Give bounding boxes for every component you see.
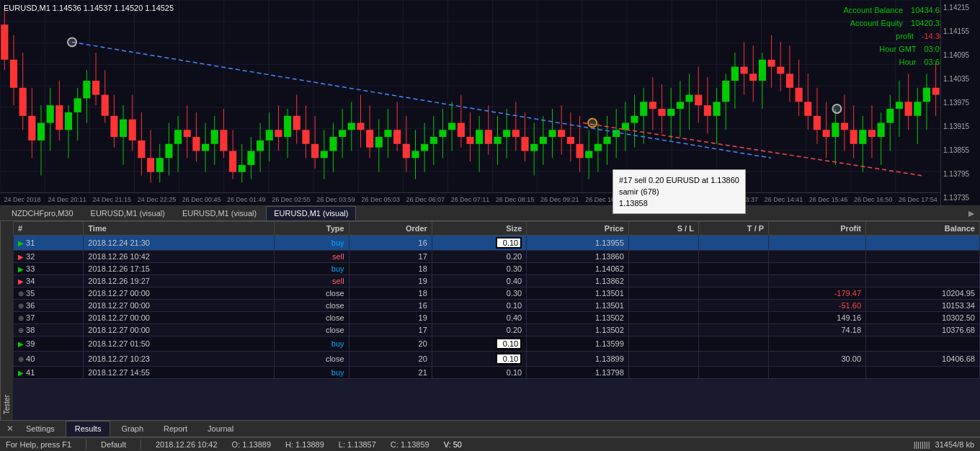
chart-price4: 1.14525 <box>145 4 174 12</box>
cell-profit: 74.18 <box>769 323 866 336</box>
cell-price: 1.13599 <box>527 336 629 351</box>
tab-eurusd-1[interactable]: EURUSD,M1 (visual) <box>83 206 173 220</box>
tab-results[interactable]: Results <box>66 421 111 437</box>
table-row[interactable]: ▶ 32 2018.12.26 10:42 sell 17 0.20 1.138… <box>14 250 980 262</box>
table-row[interactable]: ▶ 41 2018.12.27 14:55 buy 21 0.10 1.1379… <box>14 366 980 378</box>
cell-profit <box>769 274 866 287</box>
cell-sl <box>628 351 698 366</box>
chart-symbol: EURUSD,M1 <box>4 4 50 12</box>
table-row[interactable]: ▶ 34 2018.12.26 19:27 sell 19 0.40 1.138… <box>14 274 980 287</box>
table-row[interactable]: ⊕ 35 2018.12.27 00:00 close 18 0.30 1.13… <box>14 287 980 299</box>
cell-time: 2018.12.26 17:15 <box>84 262 275 274</box>
cell-order: 20 <box>349 336 432 351</box>
table-row[interactable]: ▶ 33 2018.12.26 17:15 buy 18 0.30 1.1406… <box>14 262 980 274</box>
cell-type: sell <box>274 274 349 287</box>
cell-id: ⊕ 35 <box>14 287 84 299</box>
chart-tabs-bar: NZDCHFpro,M30 EURUSD,M1 (visual) EURUSD,… <box>0 206 980 221</box>
tab-journal[interactable]: Journal <box>198 421 243 437</box>
cell-sl <box>628 250 698 262</box>
results-table-container[interactable]: # Time Type Order Size Price S / L T / P… <box>13 221 980 420</box>
cell-profit <box>769 336 866 351</box>
tooltip-line2: samir (678) <box>619 186 739 197</box>
cell-sl <box>628 311 698 323</box>
cell-sl <box>628 287 698 299</box>
cell-balance: 10153.34 <box>866 299 980 311</box>
cell-type: buy <box>274 366 349 378</box>
tab-nzdchf[interactable]: NZDCHFpro,M30 <box>4 206 81 220</box>
cell-id: ▶ 34 <box>14 274 84 287</box>
cell-price: 1.14062 <box>527 262 629 274</box>
cell-time: 2018.12.27 14:55 <box>84 366 275 378</box>
cell-balance <box>866 366 980 378</box>
cell-balance: 10204.95 <box>866 287 980 299</box>
cell-type: buy <box>274 336 349 351</box>
cell-time: 2018.12.27 01:50 <box>84 336 275 351</box>
close-button[interactable]: ✕ <box>4 424 17 434</box>
cell-order: 16 <box>349 235 432 250</box>
table-row[interactable]: ⊕ 37 2018.12.27 00:00 close 19 0.40 1.13… <box>14 311 980 323</box>
cell-balance <box>866 235 980 250</box>
tab-report[interactable]: Report <box>154 421 197 437</box>
cell-tp <box>698 299 768 311</box>
status-bar: For Help, press F1 Default 2018.12.26 10… <box>0 437 980 451</box>
account-info: Account Balance 10434.63 Account Equity … <box>843 4 944 68</box>
tester-content: # Time Type Order Size Price S / L T / P… <box>13 221 980 420</box>
cell-type: close <box>274 287 349 299</box>
cell-id: ▶ 31 <box>14 235 84 250</box>
cell-size: 0.30 <box>432 262 526 274</box>
cell-type: close <box>274 311 349 323</box>
table-row[interactable]: ▶ 31 2018.12.24 21:30 buy 16 0.10 1.1395… <box>14 235 980 250</box>
col-header-sl: S / L <box>628 221 698 235</box>
tab-settings[interactable]: Settings <box>17 421 64 437</box>
cell-id: ▶ 39 <box>14 336 84 351</box>
status-date: 2018.12.26 10:42 <box>156 440 218 449</box>
tab-graph[interactable]: Graph <box>112 421 153 437</box>
cell-sl <box>628 366 698 378</box>
cell-price: 1.13798 <box>527 366 629 378</box>
table-row[interactable]: ▶ 39 2018.12.27 01:50 buy 20 0.10 1.1359… <box>14 336 980 351</box>
table-row[interactable]: ⊕ 36 2018.12.27 00:00 close 16 0.10 1.13… <box>14 299 980 311</box>
profit-label: profit <box>896 32 913 40</box>
col-header-balance: Balance <box>866 221 980 235</box>
status-sep-2 <box>141 439 141 450</box>
status-open: O: 1.13889 <box>232 440 271 449</box>
cell-time: 2018.12.27 00:00 <box>84 323 275 336</box>
status-default: Default <box>101 440 126 449</box>
cell-tp <box>698 274 768 287</box>
cell-size: 0.10 <box>432 235 526 250</box>
cell-id: ▶ 41 <box>14 366 84 378</box>
tab-eurusd-2[interactable]: EURUSD,M1 (visual) <box>174 206 264 220</box>
col-header-tp: T / P <box>698 221 768 235</box>
col-header-type: Type <box>274 221 349 235</box>
cell-size: 0.40 <box>432 311 526 323</box>
cell-order: 17 <box>349 250 432 262</box>
chart-info: EURUSD,M1 1.14536 1.14537 1.14520 1.1452… <box>4 4 174 12</box>
cell-profit <box>769 366 866 378</box>
cell-id: ⊕ 37 <box>14 311 84 323</box>
cell-size: 0.20 <box>432 250 526 262</box>
results-table: # Time Type Order Size Price S / L T / P… <box>13 221 980 379</box>
cell-tp <box>698 287 768 299</box>
table-row[interactable]: ⊕ 38 2018.12.27 00:00 close 17 0.20 1.13… <box>14 323 980 336</box>
tab-scroll-arrow[interactable]: ► <box>966 207 976 219</box>
cell-tp <box>698 323 768 336</box>
account-equity-label: Account Equity <box>850 19 903 27</box>
cell-time: 2018.12.27 00:00 <box>84 287 275 299</box>
main-layout: EURUSD,M1 1.14536 1.14537 1.14520 1.1452… <box>0 0 980 451</box>
cell-tp <box>698 336 768 351</box>
lower-section: Tester # Time Type Order Size <box>0 221 980 437</box>
hour-gmt-label: Hour GMT <box>879 45 916 53</box>
tester-label[interactable]: Tester <box>0 221 13 420</box>
cell-size: 0.20 <box>432 323 526 336</box>
col-header-size: Size <box>432 221 526 235</box>
tab-eurusd-3[interactable]: EURUSD,M1 (visual) <box>266 206 356 220</box>
cell-profit <box>769 262 866 274</box>
cell-sl <box>628 323 698 336</box>
cell-profit <box>769 235 866 250</box>
cell-order: 20 <box>349 351 432 366</box>
cell-time: 2018.12.26 10:42 <box>84 250 275 262</box>
status-sep-1 <box>86 439 86 450</box>
cell-price: 1.13502 <box>527 311 629 323</box>
account-balance-label: Account Balance <box>843 6 903 14</box>
table-row[interactable]: ⊕ 40 2018.12.27 10:23 close 20 0.10 1.13… <box>14 351 980 366</box>
